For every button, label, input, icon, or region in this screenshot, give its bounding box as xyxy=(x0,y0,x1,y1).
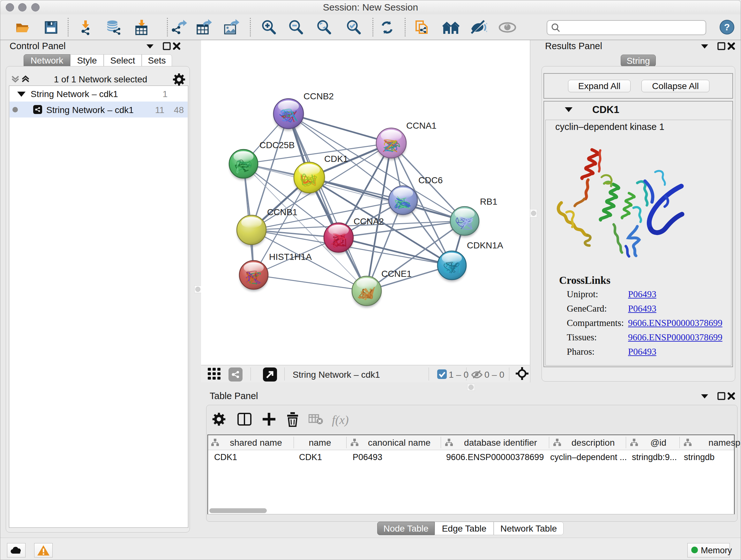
svg-text:CCNB1: CCNB1 xyxy=(267,207,297,217)
svg-text:CCNB2: CCNB2 xyxy=(304,91,334,101)
svg-text:?: ? xyxy=(724,22,730,32)
svg-text:CDK1: CDK1 xyxy=(324,154,348,164)
svg-text:CCNE1: CCNE1 xyxy=(381,269,412,279)
svg-text:HIST1H1A: HIST1H1A xyxy=(269,252,312,262)
svg-text:RB1: RB1 xyxy=(480,197,497,206)
svg-text:CDC25B: CDC25B xyxy=(259,140,294,150)
svg-text:CDC6: CDC6 xyxy=(418,175,443,185)
svg-text:CCNA2: CCNA2 xyxy=(354,216,384,226)
svg-text:CCNA1: CCNA1 xyxy=(406,121,436,131)
svg-text:CDKN1A: CDKN1A xyxy=(467,240,503,250)
